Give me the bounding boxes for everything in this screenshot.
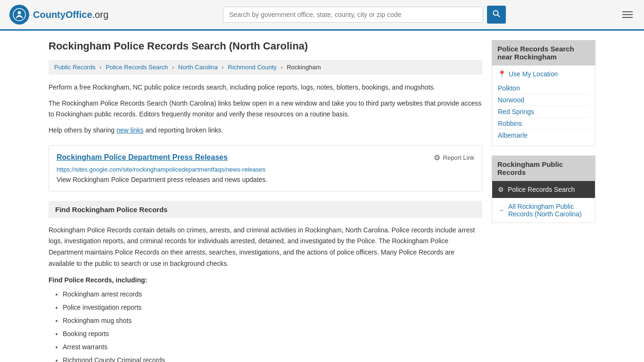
description-para1: Perform a free Rockingham, NC public pol… bbox=[49, 82, 482, 92]
breadcrumb: Public Records › Police Records Search ›… bbox=[49, 60, 482, 74]
report-icon: ⚙ bbox=[434, 153, 440, 162]
breadcrumb-sep: › bbox=[281, 64, 282, 71]
menu-line bbox=[622, 11, 633, 12]
breadcrumb-sep: › bbox=[172, 64, 174, 71]
search-icon bbox=[493, 10, 500, 17]
link-description: View Rockingham Police Department press … bbox=[57, 176, 474, 183]
search-button[interactable] bbox=[487, 6, 506, 24]
link-card-header: Rockingham Police Department Press Relea… bbox=[57, 153, 474, 162]
list-item: Rockingham arrest records bbox=[63, 288, 482, 301]
sidebar-nearby-link[interactable]: Albemarle bbox=[498, 130, 589, 141]
records-list: Rockingham arrest recordsPolice investig… bbox=[49, 288, 482, 362]
sidebar-nearby-body: 📍 Use My Location PolktonNorwoodRed Spri… bbox=[492, 66, 595, 146]
description-para2: The Rockingham Police Records Search (No… bbox=[49, 98, 482, 119]
breadcrumb-police-records-search[interactable]: Police Records Search bbox=[106, 64, 168, 71]
breadcrumb-north-carolina[interactable]: North Carolina bbox=[178, 64, 218, 71]
content-area: Rockingham Police Records Search (North … bbox=[49, 40, 482, 362]
link-card: Rockingham Police Department Press Relea… bbox=[49, 145, 482, 191]
use-my-location-link[interactable]: 📍 Use My Location bbox=[498, 70, 589, 78]
arrow-icon: → bbox=[498, 206, 504, 214]
records-description: Rockingham Police Records contain detail… bbox=[49, 225, 482, 270]
sidebar-nearby-header: Police Records Search near Rockingham bbox=[492, 40, 595, 66]
svg-point-0 bbox=[13, 8, 25, 21]
sidebar-nearby-link[interactable]: Norwood bbox=[498, 94, 589, 106]
search-input[interactable] bbox=[223, 7, 483, 23]
sidebar-nearby-link[interactable]: Robbins bbox=[498, 118, 589, 130]
breadcrumb-sep: › bbox=[99, 64, 101, 71]
logo-text: CountyOffice.org bbox=[33, 9, 108, 20]
find-records-title: Find Rockingham Police Records bbox=[55, 206, 476, 214]
location-icon: 📍 bbox=[498, 70, 506, 78]
svg-line-3 bbox=[498, 15, 500, 17]
sidebar: Police Records Search near Rockingham 📍 … bbox=[492, 40, 595, 362]
sidebar-public-records-header: Rockingham Public Records bbox=[492, 156, 595, 181]
svg-point-1 bbox=[18, 11, 21, 15]
link-card-title[interactable]: Rockingham Police Department Press Relea… bbox=[57, 153, 228, 162]
logo-area: CountyOffice.org bbox=[9, 5, 108, 25]
sidebar-nearby-link[interactable]: Red Springs bbox=[498, 106, 589, 118]
page-title: Rockingham Police Records Search (North … bbox=[49, 40, 482, 52]
site-header: CountyOffice.org bbox=[0, 0, 644, 31]
menu-line bbox=[622, 14, 633, 15]
sidebar-public-records-body: ⚙ Police Records Search → All Rockingham… bbox=[492, 181, 595, 223]
list-item: Arrest warrants bbox=[63, 340, 482, 354]
menu-line bbox=[622, 17, 633, 18]
new-links-link[interactable]: new links bbox=[116, 126, 144, 134]
breadcrumb-current: Rockingham bbox=[287, 64, 321, 71]
breadcrumb-richmond-county[interactable]: Richmond County bbox=[228, 64, 276, 71]
list-item: Richmond County Criminal records bbox=[63, 354, 482, 362]
find-records-section-header: Find Rockingham Police Records bbox=[49, 201, 482, 218]
report-link-button[interactable]: ⚙ Report Link bbox=[434, 153, 474, 162]
list-item: Booking reports bbox=[63, 327, 482, 340]
sidebar-police-records-search-active[interactable]: ⚙ Police Records Search bbox=[492, 181, 595, 198]
main-container: Rockingham Police Records Search (North … bbox=[39, 31, 605, 362]
gear-icon: ⚙ bbox=[498, 186, 504, 193]
breadcrumb-public-records[interactable]: Public Records bbox=[54, 64, 95, 71]
sidebar-public-records-section: Rockingham Public Records ⚙ Police Recor… bbox=[492, 156, 595, 223]
sidebar-nearby-links: PolktonNorwoodRed SpringsRobbinsAlbemarl… bbox=[498, 82, 589, 141]
list-item: Rockingham mug shots bbox=[63, 314, 482, 327]
list-item: Police investigation reports bbox=[63, 301, 482, 314]
svg-point-2 bbox=[494, 11, 498, 16]
sidebar-all-records-link[interactable]: → All Rockingham Public Records (North C… bbox=[492, 198, 595, 222]
sidebar-nearby-link[interactable]: Polkton bbox=[498, 82, 589, 94]
sidebar-nearby-section: Police Records Search near Rockingham 📍 … bbox=[492, 40, 595, 146]
find-records-subtitle: Find Police Records, including: bbox=[49, 276, 482, 284]
hamburger-menu-button[interactable] bbox=[620, 9, 635, 20]
logo-icon bbox=[9, 5, 29, 25]
search-area bbox=[223, 6, 506, 24]
link-url[interactable]: https://sites.google.com/site/rockingham… bbox=[57, 166, 474, 173]
description-para3: Help others by sharing new links and rep… bbox=[49, 125, 482, 135]
breadcrumb-sep: › bbox=[222, 64, 223, 71]
